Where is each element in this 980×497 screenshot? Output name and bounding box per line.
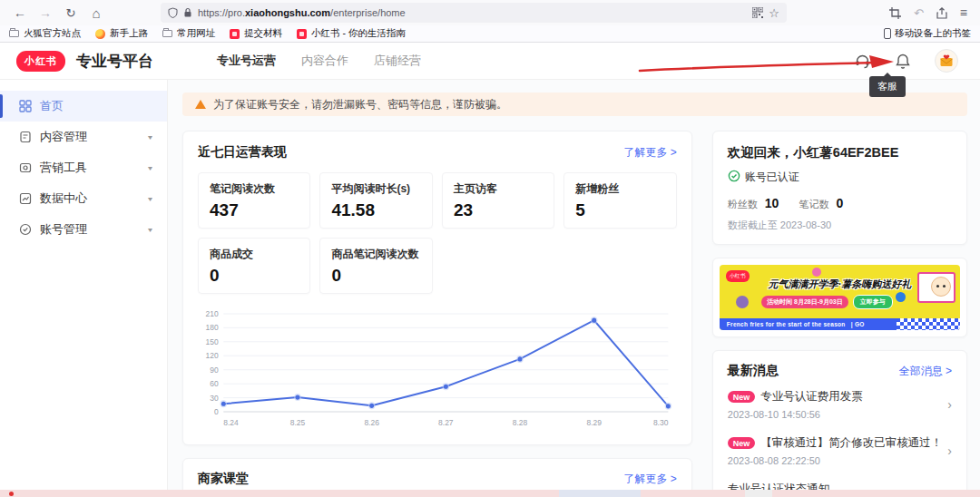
stat-home-visitors: 主页访客 23 [442,172,554,229]
grid-icon [18,100,32,113]
shield-icon[interactable] [168,7,178,18]
shield-check-icon [18,223,32,237]
bookmark-label: 提交材料 [244,27,282,40]
stat-note-reads: 笔记阅读次数 437 [198,172,310,229]
chevron-right-icon[interactable]: › [942,443,952,458]
bookmark-item[interactable]: 小红书 - 你的生活指南 [297,27,406,40]
banner-cta-button[interactable]: 立即参与 [853,295,893,309]
bookmark-item[interactable]: 新手上路 [95,27,148,40]
sidebar-item-label: 营销工具 [40,160,87,176]
stats-grid: 笔记阅读次数 437 平均阅读时长(s) 41.58 主页访客 23 [198,172,677,294]
svg-text:8.25: 8.25 [290,418,306,427]
svg-text:8.28: 8.28 [513,418,528,427]
bookmark-item[interactable]: 常用网址 [162,27,215,40]
chevron-down-icon: ▾ [148,164,152,172]
banner-footer: French fries for the start of the season… [720,318,960,330]
warning-text: 为了保证账号安全，请勿泄漏账号、密码等信息，谨防被骗。 [213,97,507,112]
notes-label: 笔记数 [799,198,828,211]
promo-banner[interactable]: 小红书 元气满满开学季·薯条嗨购送好礼 活动时间 8月28日-9月03日 立即参… [720,265,960,330]
sidebar-item-account-management[interactable]: 账号管理 ▾ [0,214,167,245]
bookmark-mobile-folder[interactable]: 移动设备上的书签 [884,27,971,40]
restore-icon[interactable]: ↶ [914,6,924,20]
bookmark-label: 常用网址 [177,27,215,40]
phone-icon [884,28,891,39]
bookmarks-bar: 火狐官方站点 新手上路 常用网址 提交材料 小红书 - 你的生活指南 移动设备上… [0,25,980,43]
reload-icon[interactable]: ↻ [60,3,82,23]
screen: ← → ↻ ⌂ https://pro.xiaohongshu.com/ente… [0,0,980,497]
verified-check-icon [728,170,740,185]
bookmark-label: 新手上路 [110,27,148,40]
share-icon[interactable] [936,7,947,19]
avatar[interactable] [935,49,958,73]
fans-label: 粉丝数 [728,198,758,211]
bookmark-star-icon[interactable]: ☆ [769,6,779,20]
xiaohongshu-logo[interactable]: 小红书 [16,51,65,72]
sidebar-item-label: 账号管理 [40,221,87,238]
svg-text:0: 0 [214,407,219,416]
nav-tab-content-coop[interactable]: 内容合作 [301,53,348,69]
sidebar-item-marketing-tools[interactable]: 营销工具 ▾ [0,152,167,183]
taskbar-strip [0,490,980,497]
sidebar-item-label: 首页 [40,98,64,114]
stat-product-note-reads: 商品笔记阅读次数 0 [319,238,432,294]
forward-icon[interactable]: → [34,3,56,23]
bookmark-label: 火狐官方站点 [24,27,81,40]
nav-tab-shop[interactable]: 店铺经营 [374,53,421,69]
svg-text:210: 210 [205,309,218,318]
banner-checker-pattern [897,318,960,330]
main-content: 为了保证账号安全，请勿泄漏账号、密码等信息，谨防被骗。 近七日运营表现 了解更多… [168,80,980,497]
tool-icon [18,161,32,175]
svg-text:60: 60 [210,379,219,388]
messages-title: 最新消息 [728,363,779,379]
new-badge: New [728,391,756,403]
qr-code-icon[interactable] [752,7,763,18]
all-messages-link[interactable]: 全部消息 > [899,364,952,379]
lock-icon[interactable] [183,7,192,18]
message-item[interactable]: New 【审核通过】简介修改已审核通过！ 2023-08-08 22:22:50… [728,427,952,473]
tooltip-customer-service: 客服 [869,76,906,97]
bookmark-item[interactable]: 提交材料 [230,27,282,40]
chart-icon [18,192,32,206]
url-bar[interactable]: https://pro.xiaohongshu.com/enterprise/h… [161,3,787,23]
data-until: 数据截止至 2023-08-30 [728,219,952,232]
security-warning-banner: 为了保证账号安全，请勿泄漏账号、密码等信息，谨防被骗。 [182,93,967,116]
sidebar-item-content-management[interactable]: 内容管理 ▾ [0,122,167,152]
performance-title: 近七日运营表现 [198,144,287,161]
back-icon[interactable]: ← [9,3,31,23]
welcome-title: 欢迎回来，小红薯64EF2BEE [728,144,952,161]
nav-tab-operation[interactable]: 专业号运营 [217,53,276,69]
menu-icon[interactable]: ≡ [960,5,967,20]
svg-text:150: 150 [205,337,218,346]
document-icon [18,131,32,144]
xiaohongshu-favicon [297,29,307,39]
performance-more-link[interactable]: 了解更多 > [623,145,676,161]
sidebar: 首页 内容管理 ▾ 营销工具 ▾ 数据中心 ▾ [0,80,168,497]
svg-text:8.30: 8.30 [653,418,669,427]
folder-icon [162,30,172,37]
customer-service-headset-icon[interactable] [854,53,871,70]
svg-text:120: 120 [205,351,218,360]
app-header: 小红书 专业号平台 专业号运营 内容合作 店铺经营 客服 [0,43,980,80]
notifications-bell-icon[interactable] [895,53,911,70]
banner-title: 元气满满开学季·薯条嗨购送好礼 [720,278,960,291]
bookmark-item[interactable]: 火狐官方站点 [9,27,81,40]
chevron-down-icon: ▾ [148,133,152,141]
sidebar-item-data-center[interactable]: 数据中心 ▾ [0,183,167,214]
svg-text:8.26: 8.26 [364,418,379,427]
screenshot-crop-icon[interactable] [889,7,901,19]
classroom-title: 商家课堂 [198,471,249,487]
chevron-right-icon[interactable]: › [942,397,952,412]
svg-text:30: 30 [210,393,219,402]
bookmark-label: 移动设备上的书签 [895,27,971,40]
message-item[interactable]: New 专业号认证费用发票 2023-08-10 14:50:56 › [728,381,952,427]
sidebar-item-home[interactable]: 首页 [0,91,167,122]
banner-decoration [812,268,821,277]
performance-card: 近七日运营表现 了解更多 > 笔记阅读次数 437 平均阅读时长(s) 41.5… [182,131,692,445]
xiaohongshu-favicon [230,29,240,39]
promo-banner-card[interactable]: 小红书 元气满满开学季·薯条嗨购送好礼 活动时间 8月28日-9月03日 立即参… [712,258,967,337]
verified-label: 账号已认证 [745,170,799,185]
home-icon[interactable]: ⌂ [85,3,107,23]
classroom-more-link[interactable]: 了解更多 > [623,472,676,487]
line-chart: 03060901201501802108.248.258.268.278.288… [198,303,677,437]
top-nav: 专业号运营 内容合作 店铺经营 [217,53,421,69]
